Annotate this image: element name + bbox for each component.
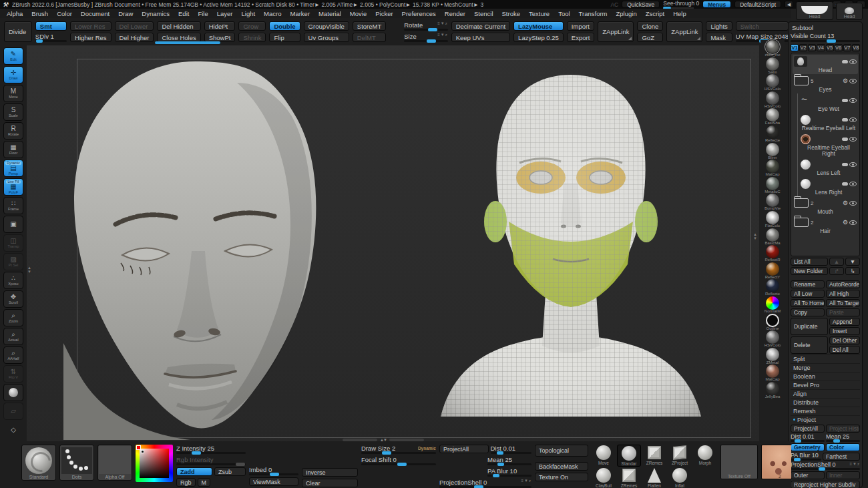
visible-count-slider[interactable]: Visible Count 13 xyxy=(791,33,860,42)
zoom-button[interactable]: ⌕Zoom xyxy=(3,309,23,326)
menu-stroke[interactable]: Stroke xyxy=(502,10,520,17)
hidept-button[interactable]: HidePt xyxy=(204,21,236,31)
clear-button[interactable]: Clear xyxy=(302,479,358,487)
move-button[interactable]: MMove xyxy=(3,85,23,102)
subtool-folder-mouth[interactable]: 2 ⚙ Mouth xyxy=(793,196,858,216)
move-into-icon[interactable]: ↳ xyxy=(845,267,860,275)
zapplink-button[interactable]: ZAppLink xyxy=(598,21,634,42)
floor-button[interactable]: ▦Floor xyxy=(3,141,23,158)
current-brush-thumb[interactable]: Standard xyxy=(21,445,56,481)
projectionshell-slider[interactable]: ProjectionShell 0 ≡▼z xyxy=(791,462,860,470)
material-item[interactable]: Reflecte xyxy=(765,126,780,143)
showpt-button[interactable]: ShowPt xyxy=(204,33,236,42)
groupvisible-button[interactable]: GroupVisible xyxy=(304,21,349,31)
material-item[interactable]: Outline xyxy=(766,314,779,331)
goz-button[interactable]: GoZ xyxy=(637,33,663,42)
mean-slider-bottom[interactable]: Mean 25 xyxy=(487,456,531,465)
del-other-button[interactable]: Del Other xyxy=(829,336,860,344)
subtool-row-eyeball-left[interactable]: Realtime Eyeball Left xyxy=(793,113,858,132)
grow-button[interactable]: Grow xyxy=(238,21,266,31)
subtool-row-lens-left[interactable]: Lens Left xyxy=(793,158,858,177)
menu-document[interactable]: Document xyxy=(81,10,110,17)
quick-brush-flatten[interactable]: Flatten xyxy=(642,467,666,488)
quick-brush-standard[interactable]: Standar xyxy=(617,445,641,467)
switch-button[interactable]: Switch xyxy=(736,21,789,31)
outer-button[interactable]: Outer xyxy=(791,471,825,479)
menu-marker[interactable]: Marker xyxy=(290,10,310,17)
scroll-button[interactable]: ✥Scroll xyxy=(3,290,23,308)
transp-button[interactable]: ◫Transp xyxy=(3,234,23,252)
texture-off-thumb[interactable]: Texture Off xyxy=(720,445,758,479)
delmt-button[interactable]: DelMT xyxy=(353,33,386,42)
material-item[interactable]: Satin xyxy=(766,57,779,75)
document-canvas[interactable]: ▲▼ xyxy=(27,45,759,441)
mean-slider[interactable]: Mean 25 xyxy=(826,434,860,442)
subtool-row-lens-right[interactable]: Lens Right xyxy=(793,177,858,196)
inverse-button[interactable]: Inverse xyxy=(302,468,358,477)
tab-v2[interactable]: V2 xyxy=(799,44,807,51)
material-item[interactable]: HSVColo xyxy=(765,74,781,91)
visibility-eye-icon[interactable] xyxy=(849,137,857,142)
texture-on-button[interactable]: Texture On xyxy=(535,473,588,481)
scale-button[interactable]: SScale xyxy=(3,103,23,121)
move-up-icon[interactable]: ▲ xyxy=(829,258,844,266)
current-alpha-thumb[interactable]: Alpha Off xyxy=(97,445,132,481)
all-high-button[interactable]: All High xyxy=(826,290,860,298)
flipv-button[interactable]: ⇅Flip V xyxy=(3,365,23,383)
del-lower-button[interactable]: Del Lower xyxy=(115,21,154,31)
all-low-button[interactable]: All Low xyxy=(791,290,825,298)
tool-thumb-head-2[interactable]: Head xyxy=(836,3,863,20)
storemt-button[interactable]: StoreMT xyxy=(353,21,386,31)
polypaint-toggle-icon[interactable] xyxy=(842,182,848,186)
slider-menu-icon[interactable]: ≡▼z xyxy=(437,21,447,25)
menu-material[interactable]: Material xyxy=(318,10,341,17)
ptsel-button[interactable]: ▨Pt Sel xyxy=(3,253,23,270)
material-item[interactable]: MatCap xyxy=(765,160,779,177)
material-item[interactable]: zbro_mc xyxy=(765,40,780,57)
del-hidden-button[interactable]: Del Hidden xyxy=(157,21,200,31)
copy-button[interactable]: Copy xyxy=(791,308,825,316)
polypaint-toggle-icon[interactable] xyxy=(842,99,848,102)
camera-button[interactable]: ▣ xyxy=(3,216,23,233)
material-item[interactable]: ReflectY xyxy=(765,262,781,280)
quick-brush-zremesher2[interactable]: ZRemes xyxy=(617,467,641,488)
menu-brush[interactable]: Brush xyxy=(31,10,48,17)
left-tray-divider[interactable]: ▲▼ xyxy=(27,266,31,274)
project-history-button[interactable]: Project History xyxy=(826,425,860,433)
all-to-home-button[interactable]: All To Home xyxy=(791,299,825,307)
material-item[interactable]: Reflecte xyxy=(765,279,780,296)
projectionshell-slider-bottom[interactable]: ProjectionShell 0 ≡▼z xyxy=(439,479,531,488)
backfacemask-button[interactable]: BackfaceMask xyxy=(535,462,588,471)
visibility-eye-icon[interactable] xyxy=(849,182,857,186)
keep-uvs-button[interactable]: Keep UVs xyxy=(451,33,510,42)
rotate-button[interactable]: RRotate xyxy=(3,122,23,140)
menu-draw[interactable]: Draw xyxy=(118,10,133,17)
quick-brush-zremesher[interactable]: ZRemes xyxy=(642,445,666,467)
xpose-button[interactable]: ∴Xpose xyxy=(3,272,23,289)
material-item[interactable]: NormalM xyxy=(765,296,781,314)
material-item[interactable]: HSVColo xyxy=(765,91,781,109)
subtool-row-head[interactable]: Head xyxy=(793,55,858,74)
close-holes-button[interactable]: Close Holes xyxy=(157,33,200,42)
tab-v3[interactable]: V3 xyxy=(808,44,816,51)
lights-button[interactable]: Lights xyxy=(706,21,732,31)
quicksave-button[interactable]: QuickSave xyxy=(622,1,660,8)
lazymouse-toggle[interactable]: LazyMouse xyxy=(513,21,564,31)
subtool-row-eyeball-right[interactable]: Realtime Eyeball Right xyxy=(793,132,858,158)
geometry-toggle[interactable]: Geometry xyxy=(791,443,825,451)
rotate-slider[interactable]: Rotate ≡▼z xyxy=(404,21,447,31)
menu-alpha[interactable]: Alpha xyxy=(7,10,23,17)
quick-brush-zproject[interactable]: ZProject xyxy=(668,445,692,467)
rgb-intensity-slider[interactable]: Rgb Intensity xyxy=(176,456,246,465)
del-higher-button[interactable]: Del Higher xyxy=(115,33,154,42)
polypaint-toggle-icon[interactable] xyxy=(842,163,848,166)
decimate-current-button[interactable]: Decimate Current xyxy=(451,21,510,31)
lower-res-button[interactable]: Lower Res xyxy=(70,21,112,31)
edit-button[interactable]: ✎Edit xyxy=(3,47,23,65)
paste-button[interactable]: Paste xyxy=(826,308,860,316)
zadd-toggle[interactable]: Zadd xyxy=(176,467,212,476)
tab-v6[interactable]: V6 xyxy=(835,44,843,51)
material-item[interactable]: ReflectR xyxy=(765,245,780,262)
material-item[interactable]: BumpVie xyxy=(765,194,781,211)
menu-help[interactable]: Help xyxy=(673,10,686,17)
